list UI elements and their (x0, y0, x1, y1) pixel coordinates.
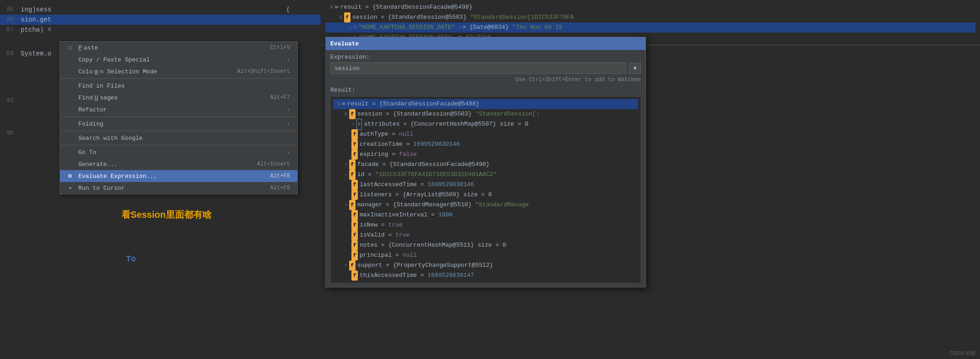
infinity-icon: ∞ (335, 2, 339, 12)
result-tree-item[interactable]: › # attributes = {ConcurrentHashMap@5507… (333, 119, 638, 129)
context-menu[interactable]: ☐ Paste Ctrl+V Copy / Paste Special › Co… (60, 41, 298, 194)
dialog-title: Evaluate (330, 40, 359, 47)
menu-item-folding[interactable]: Folding › (60, 118, 297, 130)
tree-line-selected: › ≡ "HOME_KAPTCHA_SESSION_DATE" -> {Date… (325, 22, 975, 33)
f-badge: f (351, 139, 358, 149)
menu-separator (60, 78, 297, 79)
tree-line: ∨ f session = {StandardSession@5503} "St… (325, 12, 975, 22)
result-tree-item[interactable]: › f id = "1D1C533F70FA41D738E53D31D491A8… (333, 170, 638, 180)
menu-item-search-google[interactable]: Search with Google (60, 132, 297, 144)
infinity-icon: ∞ (342, 99, 345, 109)
result-tree-item[interactable]: f notes = {ConcurrentHashMap@5511} size … (333, 240, 638, 250)
menu-item-paste[interactable]: ☐ Paste Ctrl+V (60, 42, 297, 54)
tree-expand-arrow[interactable]: ∨ (339, 12, 343, 22)
f-badge: f (351, 210, 358, 220)
debug-panel: ∨ ∞ result = {StandardSessionFacade@5498… (321, 0, 980, 359)
f-badge: f (351, 230, 358, 240)
result-tree-item[interactable]: f maxInactiveInterval = 1800 (333, 210, 638, 220)
result-tree-item[interactable]: ∨ ∞ result = {StandardSessionFacade@5498… (333, 99, 638, 109)
menu-item-column-selection[interactable]: Column Selection Mode Alt+Shift+Insert (60, 66, 297, 77)
result-tree-item[interactable]: f principal = null (333, 250, 638, 260)
expression-dropdown-btn[interactable]: ▼ (629, 63, 641, 74)
tree-arrow[interactable]: › (344, 260, 348, 271)
menu-item-copy-paste-special[interactable]: Copy / Paste Special › (60, 54, 297, 66)
tree-line: ∨ ∞ result = {StandardSessionFacade@5498… (325, 2, 975, 12)
expression-row: ▼ (330, 62, 641, 74)
hash-icon: # (356, 119, 362, 130)
submenu-arrow: › (286, 149, 290, 156)
dialog-titlebar: Evaluate (326, 37, 646, 50)
f-badge: f (351, 129, 358, 139)
tree-expand-arrow[interactable]: ∨ (330, 2, 334, 12)
result-label: Result: (330, 87, 641, 94)
tree-arrow[interactable]: › (344, 170, 348, 180)
menu-separator-2 (60, 116, 297, 117)
code-line: 87 ptcha) = (0, 25, 321, 35)
evaluate-icon: ⊞ (66, 172, 75, 180)
code-line: 85 ing)sess ( (0, 5, 321, 15)
f-badge: f (351, 250, 358, 260)
f-badge: f (351, 240, 358, 250)
menu-separator-3 (60, 131, 297, 131)
f-badge: f (349, 200, 356, 210)
menu-item-run-to-cursor[interactable]: ↷ Run to Cursor Alt+F9 (60, 182, 297, 194)
result-tree-item[interactable]: f listeners = {ArrayList@5509} size = 0 (333, 190, 638, 200)
paste-icon: ☐ (66, 44, 75, 51)
menu-item-generate[interactable]: Generate... Alt+Insert (60, 158, 297, 170)
f-badge: f (349, 170, 356, 180)
submenu-arrow: › (286, 106, 290, 113)
f-badge: f (351, 190, 358, 200)
menu-item-find-in-files[interactable]: Find in Files (60, 80, 297, 92)
f-badge: f (349, 260, 356, 271)
result-tree-item[interactable]: f isValid = true (333, 230, 638, 240)
result-tree[interactable]: ∨ ∞ result = {StandardSessionFacade@5498… (330, 96, 641, 283)
f-badge: f (351, 271, 358, 281)
tree-arrow[interactable]: › (344, 160, 348, 170)
map-icon: ≡ (353, 22, 357, 33)
expression-input[interactable] (330, 62, 626, 74)
menu-item-goto[interactable]: Go To › (60, 146, 297, 158)
result-tree-item[interactable]: › f support = {PropertyChangeSupport@551… (333, 260, 638, 271)
expression-label: Expression: (330, 54, 641, 61)
tree-arrow[interactable]: ∨ (344, 109, 348, 119)
result-tree-item[interactable]: ∨ f session = {StandardSession@5503} "St… (333, 109, 638, 119)
f-badge: f (349, 160, 356, 170)
expression-hint: Use Ctrl+Shift+Enter to add to Watches (330, 77, 641, 83)
menu-separator-4 (60, 145, 297, 145)
tree-arrow[interactable]: ∨ (337, 99, 340, 109)
tree-expand-arrow[interactable]: › (348, 22, 352, 33)
code-line-highlighted: 86 sion.get (0, 15, 321, 25)
to-label: To (126, 254, 136, 264)
result-tree-item-expiring[interactable]: f expiring = false (333, 149, 638, 160)
code-editor-panel: 85 ing)sess ( 86 sion.get 87 ptcha) = 89… (0, 0, 321, 359)
dialog-body: Expression: ▼ Use Ctrl+Shift+Enter to ad… (326, 50, 646, 287)
tree-arrow[interactable]: › (351, 119, 355, 129)
result-tree-item[interactable]: f creationTime = 1699529830146 (333, 139, 638, 149)
result-tree-item[interactable]: f isNew = true (333, 220, 638, 230)
result-tree-item[interactable]: f authType = null (333, 129, 638, 139)
run-icon: ↷ (66, 184, 75, 192)
f-badge: f (351, 220, 358, 230)
annotation-text: 看Session里面都有啥 (121, 209, 212, 221)
menu-item-evaluate-expression[interactable]: ⊞ Evaluate Expression... Alt+F8 (60, 170, 297, 182)
f-badge: f (349, 109, 356, 119)
submenu-arrow: › (286, 121, 290, 127)
f-badge: f (351, 149, 358, 160)
result-tree-item[interactable]: › f facade = {StandardSessionFacade@5498… (333, 160, 638, 170)
csdn-watermark: CSDN-招招 (949, 350, 975, 357)
tree-arrow[interactable]: › (344, 200, 348, 210)
menu-item-find-usages[interactable]: Find Usages Alt+F7 (60, 92, 297, 104)
result-tree-item[interactable]: › f manager = {StandardManager@5510} "St… (333, 200, 638, 210)
result-tree-item[interactable]: f lastAccessedTime = 1699529830146 (333, 180, 638, 190)
menu-item-refactor[interactable]: Refactor › (60, 104, 297, 116)
result-tree-item[interactable]: f thisAccessedTime = 1699529830147 (333, 271, 638, 281)
f-badge: f (351, 180, 358, 190)
submenu-arrow: › (286, 56, 290, 63)
f-badge: f (344, 12, 350, 22)
evaluate-dialog[interactable]: Evaluate Expression: ▼ Use Ctrl+Shift+En… (325, 37, 646, 287)
